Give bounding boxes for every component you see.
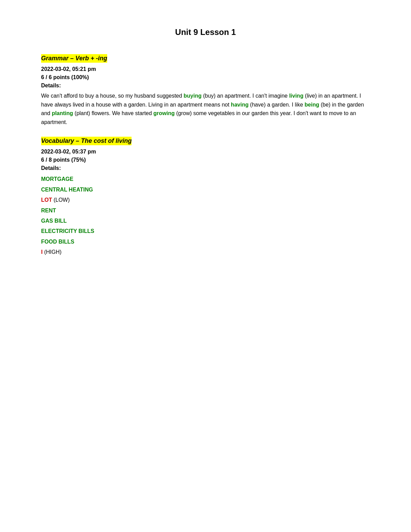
vocabulary-section: Vocabulary – The cost of living 2022-03-…	[41, 137, 370, 257]
vocabulary-section-title: Vocabulary – The cost of living	[41, 137, 132, 145]
vocab-lot: LOT (LOW)	[41, 195, 370, 205]
vocab-food-bills: FOOD BILLS	[41, 237, 370, 247]
highlight-living: living	[289, 93, 303, 99]
vocab-i: I (HIGH)	[41, 247, 370, 257]
vocab-electricity-bills: ELECTRICITY BILLS	[41, 226, 370, 236]
highlight-planting: planting	[52, 110, 73, 116]
page-title: Unit 9 Lesson 1	[41, 27, 370, 37]
highlight-buying: buying	[184, 93, 201, 99]
highlight-being: being	[304, 102, 319, 108]
vocabulary-list: MORTGAGE CENTRAL HEATING LOT (LOW) RENT …	[41, 174, 370, 257]
grammar-section-title: Grammar – Verb + -ing	[41, 54, 107, 63]
grammar-date: 2022-03-02, 05:21 pm	[41, 66, 370, 72]
vocab-gas-bill: GAS BILL	[41, 216, 370, 226]
vocabulary-score: 6 / 8 points (75%)	[41, 157, 370, 163]
highlight-having: having	[231, 102, 249, 108]
highlight-growing: growing	[153, 110, 175, 116]
vocab-mortgage: MORTGAGE	[41, 174, 370, 184]
vocab-central-heating: CENTRAL HEATING	[41, 185, 370, 195]
grammar-body: We can't afford to buy a house, so my hu…	[41, 91, 370, 126]
vocab-rent: RENT	[41, 206, 370, 216]
vocabulary-date: 2022-03-02, 05:37 pm	[41, 149, 370, 155]
vocabulary-details-label: Details:	[41, 165, 370, 171]
grammar-score: 6 / 6 points (100%)	[41, 74, 370, 81]
grammar-section: Grammar – Verb + -ing 2022-03-02, 05:21 …	[41, 54, 370, 126]
grammar-details-label: Details:	[41, 83, 370, 89]
